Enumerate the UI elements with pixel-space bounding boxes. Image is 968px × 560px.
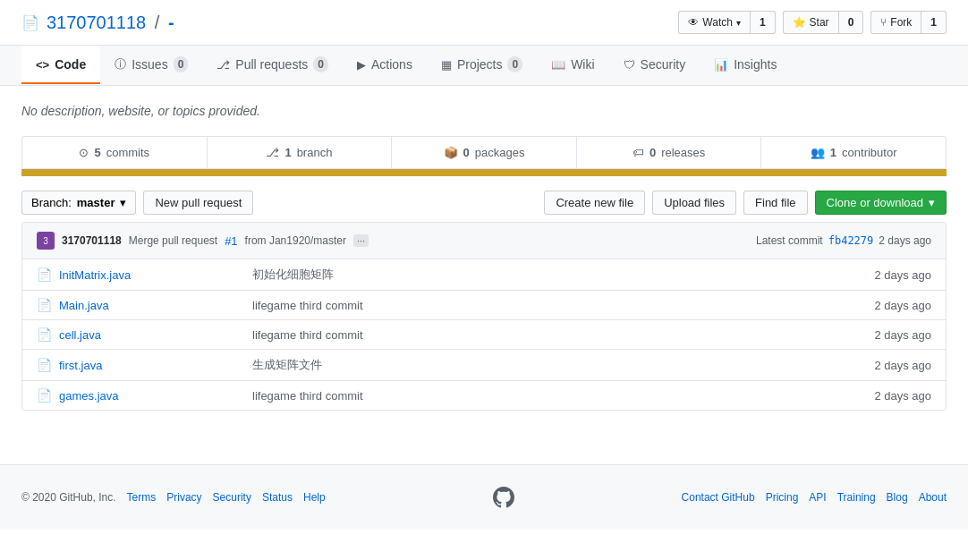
latest-commit-row: 3 3170701118 Merge pull request #1 from … bbox=[22, 223, 946, 259]
watch-button[interactable]: 👁 Watch ▾ bbox=[678, 11, 750, 34]
footer-contact-link[interactable]: Contact GitHub bbox=[682, 491, 755, 504]
branches-stat[interactable]: ⎇ 1 branch bbox=[208, 137, 393, 168]
footer-api-link[interactable]: API bbox=[809, 491, 826, 504]
commit-message2: from Jan1920/master bbox=[245, 234, 346, 247]
packages-stat[interactable]: 📦 0 packages bbox=[392, 137, 577, 168]
tab-projects[interactable]: ▦ Projects 0 bbox=[427, 46, 537, 85]
tab-actions[interactable]: ▶ Actions bbox=[343, 47, 427, 84]
packages-icon: 📦 bbox=[444, 146, 458, 159]
tab-insights-label: Insights bbox=[734, 57, 777, 72]
footer-status-link[interactable]: Status bbox=[262, 491, 293, 504]
pr-icon: ⎇ bbox=[217, 58, 230, 72]
security-icon: 🛡 bbox=[624, 58, 635, 72]
tab-issues[interactable]: ⓘ Issues 0 bbox=[100, 46, 202, 85]
insights-icon: 📊 bbox=[714, 58, 728, 72]
clone-or-download-button[interactable]: Clone or download ▾ bbox=[815, 191, 947, 215]
file-time: 2 days ago bbox=[824, 299, 931, 312]
star-count: 0 bbox=[838, 11, 864, 34]
fork-group: ⑂ Fork 1 bbox=[870, 11, 947, 34]
new-pull-request-button[interactable]: New pull request bbox=[143, 191, 253, 215]
issues-icon: ⓘ bbox=[115, 56, 126, 72]
file-controls: Branch: master ▾ New pull request Create… bbox=[21, 191, 947, 215]
file-icon: 📄 bbox=[37, 267, 52, 282]
footer-privacy-link[interactable]: Privacy bbox=[166, 491, 201, 504]
tab-wiki[interactable]: 📖 Wiki bbox=[537, 47, 608, 84]
issues-count: 0 bbox=[174, 56, 189, 72]
fork-count: 1 bbox=[921, 11, 947, 34]
branch-select-label: Branch: bbox=[31, 196, 72, 209]
table-row: 📄 Main.java lifegame third commit 2 days… bbox=[22, 291, 946, 320]
upload-files-button[interactable]: Upload files bbox=[652, 191, 736, 215]
repo-header: 📄 3170701118 / - 👁 Watch ▾ 1 ⭐ Star 0 ⑂ bbox=[0, 0, 968, 46]
releases-icon: 🏷 bbox=[633, 146, 644, 159]
repo-description: No description, website, or topics provi… bbox=[21, 104, 947, 118]
contributors-label: contributor bbox=[842, 146, 896, 159]
tab-issues-label: Issues bbox=[132, 57, 167, 72]
find-file-button[interactable]: Find file bbox=[743, 191, 808, 215]
footer-center bbox=[493, 487, 514, 508]
footer-copyright: © 2020 GitHub, Inc. bbox=[21, 491, 116, 504]
file-name-link[interactable]: cell.java bbox=[59, 328, 238, 342]
tab-insights[interactable]: 📊 Insights bbox=[700, 47, 791, 84]
file-name-link[interactable]: Main.java bbox=[59, 299, 238, 312]
footer-training-link[interactable]: Training bbox=[837, 491, 876, 504]
commit-info: 3 3170701118 Merge pull request #1 from … bbox=[37, 232, 369, 250]
contributors-count: 1 bbox=[830, 146, 836, 159]
create-new-file-button[interactable]: Create new file bbox=[544, 191, 645, 215]
commit-meta: Latest commit fb42279 2 days ago bbox=[756, 234, 931, 247]
footer-security-link[interactable]: Security bbox=[213, 491, 251, 504]
stats-bar: ⊙ 5 commits ⎇ 1 branch 📦 0 packages 🏷 0 … bbox=[21, 136, 947, 169]
commits-stat[interactable]: ⊙ 5 commits bbox=[22, 137, 208, 168]
commit-time: 2 days ago bbox=[879, 234, 931, 247]
footer-left: © 2020 GitHub, Inc. Terms Privacy Securi… bbox=[21, 491, 326, 504]
branch-icon: ⎇ bbox=[266, 146, 279, 159]
star-button[interactable]: ⭐ Star bbox=[783, 11, 838, 34]
commit-pr-link[interactable]: #1 bbox=[225, 234, 237, 248]
fork-button[interactable]: ⑂ Fork bbox=[870, 11, 921, 34]
repo-user-link[interactable]: 3170701118 bbox=[47, 13, 146, 33]
repo-title: 📄 3170701118 / - bbox=[21, 13, 174, 33]
commit-hash-link[interactable]: fb42279 bbox=[828, 234, 874, 247]
star-group: ⭐ Star 0 bbox=[783, 11, 864, 34]
file-name-link[interactable]: InitMatrix.java bbox=[59, 268, 238, 282]
branch-selector[interactable]: Branch: master ▾ bbox=[21, 191, 136, 215]
commit-message: Merge pull request bbox=[129, 234, 217, 247]
footer-right: Contact GitHub Pricing API Training Blog… bbox=[682, 491, 947, 504]
tab-pull-requests[interactable]: ⎇ Pull requests 0 bbox=[202, 46, 343, 85]
clone-caret-icon: ▾ bbox=[929, 196, 935, 209]
footer-pricing-link[interactable]: Pricing bbox=[766, 491, 799, 504]
tab-security[interactable]: 🛡 Security bbox=[609, 47, 701, 84]
branch-select-name: master bbox=[77, 196, 115, 209]
commit-user: 3170701118 bbox=[62, 234, 122, 247]
table-row: 📄 games.java lifegame third commit 2 day… bbox=[22, 381, 946, 410]
file-name-link[interactable]: games.java bbox=[59, 389, 238, 403]
table-row: 📄 cell.java lifegame third commit 2 days… bbox=[22, 320, 946, 350]
fork-label: Fork bbox=[890, 16, 912, 29]
pr-count: 0 bbox=[313, 56, 328, 72]
file-icon: 📄 bbox=[37, 298, 52, 312]
file-rows: 📄 InitMatrix.java 初始化细胞矩阵 2 days ago 📄 M… bbox=[22, 259, 946, 410]
footer-about-link[interactable]: About bbox=[919, 491, 947, 504]
file-table: 3 3170701118 Merge pull request #1 from … bbox=[21, 222, 947, 411]
releases-count: 0 bbox=[650, 146, 656, 159]
footer-help-link[interactable]: Help bbox=[303, 491, 326, 504]
file-time: 2 days ago bbox=[824, 328, 931, 342]
footer-blog-link[interactable]: Blog bbox=[887, 491, 908, 504]
releases-label: releases bbox=[661, 146, 705, 159]
tab-actions-label: Actions bbox=[371, 57, 412, 72]
repo-nav: <> Code ⓘ Issues 0 ⎇ Pull requests 0 ▶ A… bbox=[0, 46, 968, 86]
projects-count: 0 bbox=[507, 56, 522, 72]
repo-name-link[interactable]: - bbox=[168, 13, 174, 33]
tab-code-label: Code bbox=[55, 57, 86, 72]
commits-icon: ⊙ bbox=[79, 146, 89, 159]
tab-code[interactable]: <> Code bbox=[21, 47, 100, 84]
star-label: Star bbox=[810, 16, 829, 29]
file-icon: 📄 bbox=[37, 327, 52, 342]
releases-stat[interactable]: 🏷 0 releases bbox=[577, 137, 762, 168]
file-time: 2 days ago bbox=[824, 359, 931, 372]
footer-terms-link[interactable]: Terms bbox=[127, 491, 157, 504]
contributors-icon: 👥 bbox=[811, 146, 825, 159]
file-commit-message: lifegame third commit bbox=[238, 389, 824, 403]
contributors-stat[interactable]: 👥 1 contributor bbox=[761, 137, 946, 168]
file-name-link[interactable]: first.java bbox=[59, 359, 238, 372]
